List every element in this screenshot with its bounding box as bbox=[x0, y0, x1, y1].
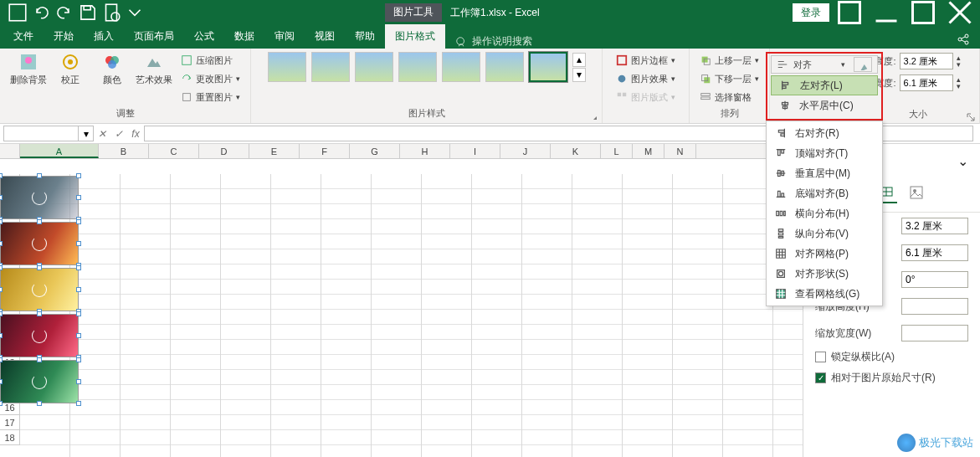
view-gridlines-item[interactable]: 查看网格线(G) bbox=[767, 284, 882, 304]
style-thumb-6[interactable] bbox=[485, 52, 524, 82]
style-thumb-2[interactable] bbox=[311, 52, 350, 82]
tab-page-layout[interactable]: 页面布局 bbox=[124, 24, 184, 49]
inserted-picture-1[interactable] bbox=[0, 176, 79, 219]
column-header-A[interactable]: A bbox=[20, 144, 99, 158]
enter-formula-icon[interactable]: ✓ bbox=[110, 128, 127, 140]
tell-me-search[interactable]: 操作说明搜索 bbox=[455, 34, 532, 49]
align-center-h-item[interactable]: 水平居中(C) bbox=[771, 95, 878, 116]
compress-pictures-button[interactable]: 压缩图片 bbox=[181, 52, 240, 69]
undo-button[interactable] bbox=[30, 3, 52, 22]
tab-insert[interactable]: 插入 bbox=[84, 24, 124, 49]
lock-aspect-checkbox[interactable] bbox=[815, 352, 826, 362]
distribute-v-item[interactable]: 纵向分布(V) bbox=[767, 223, 882, 244]
bring-forward-button[interactable]: 上移一层▾ bbox=[700, 52, 759, 69]
picture-styles-gallery[interactable]: ▴ ▾ bbox=[268, 52, 586, 82]
inserted-picture-5[interactable] bbox=[0, 360, 79, 403]
column-header-I[interactable]: I bbox=[450, 144, 500, 158]
align-top-item[interactable]: 顶端对齐(T) bbox=[767, 143, 882, 163]
chevron-down-icon[interactable]: ⌄ bbox=[957, 153, 968, 169]
inserted-picture-3[interactable] bbox=[0, 268, 79, 311]
relative-orig-checkbox[interactable] bbox=[815, 372, 826, 383]
styles-dialog-launcher[interactable] bbox=[588, 111, 598, 121]
color-button[interactable]: 颜色 bbox=[94, 52, 131, 86]
tab-data[interactable]: 数据 bbox=[224, 24, 264, 49]
fp-rotation-input[interactable] bbox=[901, 271, 968, 288]
send-backward-button[interactable]: 下移一层▾ bbox=[700, 70, 759, 87]
select-all-triangle[interactable] bbox=[0, 144, 20, 159]
column-header-H[interactable]: H bbox=[400, 144, 450, 158]
rotate-handle-icon[interactable] bbox=[32, 282, 47, 297]
tab-view[interactable]: 视图 bbox=[305, 24, 345, 49]
align-middle-v-item[interactable]: 垂直居中(M) bbox=[767, 163, 882, 183]
print-preview-button[interactable] bbox=[100, 3, 122, 22]
column-header-L[interactable]: L bbox=[601, 144, 633, 158]
cancel-formula-icon[interactable]: ✕ bbox=[94, 128, 110, 140]
picture-border-button[interactable]: 图片边框▾ bbox=[616, 52, 675, 69]
ribbon-display-options[interactable] bbox=[833, 0, 866, 25]
inserted-picture-4[interactable] bbox=[0, 314, 79, 357]
row-header-17[interactable]: 17 bbox=[0, 415, 19, 430]
picture-effects-button[interactable]: 图片效果▾ bbox=[616, 70, 675, 87]
tab-help[interactable]: 帮助 bbox=[345, 24, 385, 49]
tab-home[interactable]: 开始 bbox=[44, 24, 84, 49]
align-right-item[interactable]: 右对齐(R) bbox=[767, 123, 882, 143]
artistic-effects-button[interactable]: 艺术效果 bbox=[136, 52, 172, 86]
rotate-handle-icon[interactable] bbox=[32, 236, 47, 251]
reset-picture-button[interactable]: 重置图片▾ bbox=[181, 89, 240, 105]
spinner-icon[interactable]: ▴▾ bbox=[957, 54, 961, 68]
save-button[interactable] bbox=[77, 3, 99, 22]
corrections-button[interactable]: 校正 bbox=[52, 52, 89, 86]
column-header-J[interactable]: J bbox=[500, 144, 551, 158]
column-header-E[interactable]: E bbox=[249, 144, 300, 158]
picture-tab-icon[interactable] bbox=[906, 182, 927, 203]
style-thumb-4[interactable] bbox=[398, 52, 437, 82]
name-box[interactable] bbox=[3, 126, 79, 141]
column-header-B[interactable]: B bbox=[99, 144, 149, 158]
column-header-M[interactable]: M bbox=[633, 144, 664, 158]
row-header-18[interactable]: 18 bbox=[0, 430, 19, 445]
column-header-D[interactable]: D bbox=[199, 144, 249, 158]
remove-background-button[interactable]: 删除背景 bbox=[10, 52, 47, 86]
qat-customize[interactable] bbox=[124, 3, 146, 22]
size-dialog-launcher[interactable] bbox=[966, 112, 976, 122]
maximize-button[interactable] bbox=[906, 0, 940, 25]
share-icon[interactable] bbox=[957, 37, 970, 49]
gallery-up[interactable]: ▴ bbox=[572, 53, 586, 67]
change-picture-button[interactable]: 更改图片▾ bbox=[181, 70, 240, 87]
rotate-icon[interactable] bbox=[854, 57, 872, 72]
name-box-dropdown[interactable]: ▾ bbox=[79, 126, 94, 141]
tab-file[interactable]: 文件 bbox=[3, 24, 44, 49]
close-button[interactable] bbox=[943, 0, 977, 25]
column-header-K[interactable]: K bbox=[551, 144, 601, 158]
login-button[interactable]: 登录 bbox=[793, 3, 829, 22]
inserted-picture-2[interactable] bbox=[0, 222, 79, 265]
align-left-item[interactable]: 左对齐(L) bbox=[771, 75, 878, 95]
style-thumb-3[interactable] bbox=[355, 52, 393, 82]
fx-icon[interactable]: fx bbox=[127, 128, 144, 140]
align-bottom-item[interactable]: 底端对齐(B) bbox=[767, 183, 882, 203]
column-header-C[interactable]: C bbox=[149, 144, 199, 158]
snap-to-grid-item[interactable]: 对齐网格(P) bbox=[767, 244, 882, 264]
style-thumb-5[interactable] bbox=[442, 52, 480, 82]
selection-pane-button[interactable]: 选择窗格 bbox=[700, 89, 759, 105]
align-dropdown-button[interactable]: 对齐 ▾ bbox=[771, 55, 878, 74]
distribute-h-item[interactable]: 横向分布(H) bbox=[767, 203, 882, 223]
rotate-handle-icon[interactable] bbox=[32, 328, 47, 343]
tab-formulas[interactable]: 公式 bbox=[184, 24, 224, 49]
tab-picture-format[interactable]: 图片格式 bbox=[385, 24, 445, 49]
column-header-N[interactable]: N bbox=[664, 144, 696, 158]
fp-width-input[interactable] bbox=[901, 244, 968, 261]
fp-scale-w-input[interactable] bbox=[901, 325, 968, 341]
fp-scale-h-input[interactable] bbox=[901, 298, 968, 315]
gallery-more[interactable]: ▾ bbox=[572, 68, 586, 82]
redo-button[interactable] bbox=[54, 3, 75, 22]
fp-height-input[interactable] bbox=[901, 218, 968, 234]
style-thumb-1[interactable] bbox=[268, 52, 306, 82]
style-thumb-7[interactable] bbox=[529, 52, 567, 82]
autosave-icon[interactable] bbox=[7, 3, 28, 22]
rotate-handle-icon[interactable] bbox=[32, 374, 47, 389]
spinner-icon[interactable]: ▴▾ bbox=[957, 76, 961, 90]
snap-to-shape-item[interactable]: 对齐形状(S) bbox=[767, 264, 882, 284]
minimize-button[interactable] bbox=[870, 0, 903, 25]
shape-width-input[interactable] bbox=[900, 74, 953, 91]
